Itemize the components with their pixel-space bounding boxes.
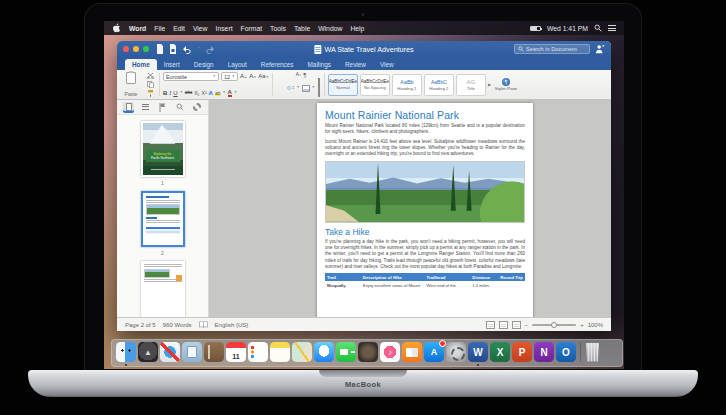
- menu-item-file[interactable]: File: [154, 25, 165, 32]
- apple-menu-icon[interactable]: [112, 23, 121, 33]
- menu-item-table[interactable]: Table: [294, 25, 310, 32]
- tab-insert[interactable]: Insert: [157, 59, 187, 70]
- styles-gallery-more-arrow[interactable]: ▶: [488, 83, 491, 87]
- tab-layout[interactable]: Layout: [221, 59, 254, 70]
- align-left-button[interactable]: [276, 87, 278, 89]
- contacts-icon[interactable]: [204, 342, 224, 362]
- tab-view[interactable]: View: [373, 59, 401, 70]
- minimize-window-button[interactable]: [133, 46, 139, 52]
- maps-icon[interactable]: [292, 342, 312, 362]
- photo-booth-icon[interactable]: [358, 342, 378, 362]
- shading-caret[interactable]: ▼: [312, 86, 315, 89]
- system-preferences-icon[interactable]: [446, 342, 466, 362]
- tab-references[interactable]: References: [254, 59, 301, 70]
- notes-icon[interactable]: [270, 342, 290, 362]
- thumbnail-page-1[interactable]: Exploring the Pacific Northwest: [141, 121, 185, 177]
- thumbnail-page-2[interactable]: [141, 191, 185, 247]
- share-person-icon[interactable]: [595, 44, 605, 54]
- dock-excel-icon[interactable]: X: [490, 342, 510, 362]
- decrease-indent-button[interactable]: [288, 74, 290, 76]
- print-layout-view-button[interactable]: [486, 321, 495, 329]
- zoom-percentage[interactable]: 100%: [588, 322, 603, 328]
- menu-item-window[interactable]: Window: [318, 25, 342, 32]
- bullet-list-button[interactable]: [276, 74, 278, 76]
- menu-item-edit[interactable]: Edit: [173, 25, 185, 32]
- facetime-icon[interactable]: [336, 342, 356, 362]
- dock-onenote-icon[interactable]: N: [534, 342, 554, 362]
- calendar-icon[interactable]: 11: [226, 342, 246, 362]
- launchpad-icon[interactable]: ▲: [138, 342, 158, 362]
- zoom-in-button[interactable]: +: [580, 322, 584, 328]
- sort-button[interactable]: A↓: [296, 73, 301, 78]
- sidebar-settings-gear-icon[interactable]: [191, 102, 202, 113]
- font-color-dropdown-caret[interactable]: ▼: [234, 91, 237, 94]
- bold-button[interactable]: B: [163, 90, 167, 96]
- tab-home[interactable]: Home: [125, 59, 157, 70]
- superscript-button[interactable]: X²: [202, 91, 207, 96]
- zoom-window-button[interactable]: [143, 46, 149, 52]
- paste-button[interactable]: Paste: [120, 72, 142, 97]
- menu-item-word[interactable]: Word: [129, 25, 146, 32]
- underline-button[interactable]: U: [173, 90, 177, 96]
- font-color-button[interactable]: A: [228, 89, 232, 97]
- zoom-out-button[interactable]: −: [525, 322, 529, 328]
- italic-button[interactable]: I: [169, 90, 171, 96]
- line-spacing-button[interactable]: ↕: [292, 85, 295, 91]
- font-size-combo[interactable]: 12▼: [221, 72, 238, 81]
- bookmark-flag-icon[interactable]: [157, 102, 168, 113]
- save-icon[interactable]: [169, 44, 177, 54]
- safari-icon[interactable]: [160, 342, 180, 362]
- document-map-icon[interactable]: [140, 102, 151, 113]
- sidebar-search-icon[interactable]: [174, 102, 185, 113]
- menu-item-help[interactable]: Help: [350, 25, 364, 32]
- document-canvas[interactable]: Mount Rainier National Park Mount Rainie…: [209, 100, 611, 317]
- increase-indent-button[interactable]: [292, 74, 294, 76]
- menu-clock[interactable]: Wed 1:41 PM: [547, 25, 588, 32]
- shading-button[interactable]: [302, 85, 310, 92]
- line-spacing-caret[interactable]: ▼: [297, 86, 300, 89]
- word-count[interactable]: 960 Words: [163, 322, 192, 328]
- justify-button[interactable]: [288, 87, 290, 89]
- dock-word-icon[interactable]: W: [468, 342, 488, 362]
- numbered-list-button[interactable]: [280, 74, 282, 76]
- language-indicator[interactable]: English (US): [215, 322, 249, 328]
- battery-icon[interactable]: [530, 26, 541, 31]
- align-right-button[interactable]: [284, 87, 286, 89]
- mail-icon[interactable]: [182, 342, 202, 362]
- spotlight-search-icon[interactable]: [594, 24, 602, 32]
- multilevel-list-button[interactable]: [284, 74, 286, 76]
- highlight-dropdown-caret[interactable]: ▼: [222, 91, 225, 94]
- menu-item-view[interactable]: View: [193, 25, 208, 32]
- text-effects-button[interactable]: A: [209, 90, 213, 96]
- notification-center-icon[interactable]: [608, 25, 616, 31]
- format-painter-icon[interactable]: [147, 90, 154, 97]
- borders-button[interactable]: [317, 78, 321, 98]
- undo-dropdown-caret[interactable]: ▼: [197, 47, 200, 51]
- menu-item-insert[interactable]: Insert: [216, 25, 233, 32]
- ibooks-icon[interactable]: [402, 342, 422, 362]
- tab-mailings[interactable]: Mailings: [301, 59, 338, 70]
- strikethrough-button[interactable]: abc: [185, 91, 192, 96]
- style-normal[interactable]: AaBbCcDdEe Normal: [328, 74, 358, 96]
- document-page[interactable]: Mount Rainier National Park Mount Rainie…: [317, 103, 533, 317]
- style-title[interactable]: AG Title: [456, 74, 486, 96]
- style-no-spacing[interactable]: AaBbCcDdEe No Spacing: [360, 74, 390, 96]
- zoom-slider-knob[interactable]: [551, 322, 557, 328]
- redo-icon[interactable]: [205, 45, 215, 54]
- new-document-icon[interactable]: [156, 44, 164, 54]
- tab-design[interactable]: Design: [187, 59, 221, 70]
- cut-icon[interactable]: [147, 72, 154, 79]
- close-window-button[interactable]: [123, 46, 129, 52]
- search-in-document-field[interactable]: Search in Document: [514, 44, 590, 54]
- subscript-button[interactable]: X₂: [194, 91, 199, 96]
- app-store-icon[interactable]: A: [424, 342, 444, 362]
- trash-icon[interactable]: [585, 343, 600, 362]
- messages-icon[interactable]: [314, 342, 334, 362]
- reminders-icon[interactable]: [248, 342, 268, 362]
- styles-pane-button[interactable]: ¶ Styles Pane: [493, 78, 519, 92]
- align-center-button[interactable]: [280, 87, 282, 89]
- style-heading-2[interactable]: AaBbC Heading 2: [424, 74, 454, 96]
- grow-font-button[interactable]: A▲: [240, 73, 247, 79]
- zoom-slider[interactable]: [532, 324, 576, 326]
- spellcheck-book-icon[interactable]: [199, 321, 208, 328]
